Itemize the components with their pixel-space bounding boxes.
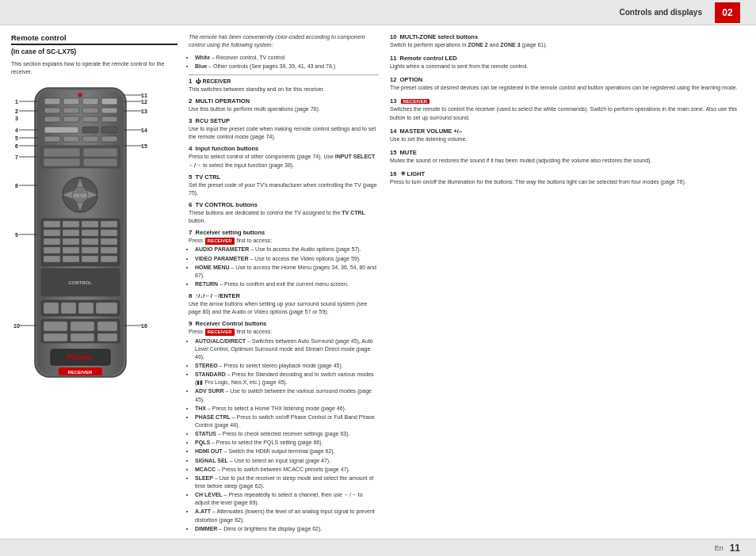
svg-text:3: 3	[15, 116, 18, 121]
right-heading-15: 15 MUTE	[390, 149, 745, 156]
left-column: Remote control (In case of SC-LX75) This…	[11, 33, 178, 550]
footer-page-number: 11	[730, 543, 740, 554]
svg-rect-23	[44, 148, 80, 157]
svg-rect-47	[44, 247, 60, 253]
right-section-12: 12 OPTION The preset codes of desired de…	[390, 76, 745, 92]
right-heading-14: 14 MASTER VOLUME +/–	[390, 128, 745, 135]
receiver-badge-7: RECEIVER	[205, 238, 235, 245]
svg-rect-51	[44, 256, 60, 262]
svg-rect-35	[44, 221, 60, 227]
svg-rect-49	[82, 247, 98, 253]
svg-rect-4	[82, 98, 98, 105]
svg-text:2: 2	[15, 109, 18, 114]
section-subtitle: (In case of SC-LX75)	[11, 48, 178, 55]
svg-rect-26	[83, 158, 117, 166]
svg-rect-14	[101, 116, 117, 122]
svg-rect-50	[101, 247, 117, 253]
section-2-heading: 2 MULTI OPERATION	[189, 97, 379, 105]
svg-text:8: 8	[15, 183, 18, 189]
svg-text:1: 1	[15, 99, 18, 105]
right-body-16: Press to turn on/off the illumination fo…	[390, 178, 745, 186]
section-4-heading: 4 Input function buttons	[189, 145, 379, 152]
svg-rect-65	[97, 322, 117, 331]
section-2: 2 MULTI OPERATION Use this button to per…	[189, 97, 379, 113]
svg-rect-58	[44, 303, 59, 314]
section-7-body: Press RECEIVER first to access: AUDIO PA…	[189, 237, 379, 288]
item-return: RETURN – Press to confirm and exit the c…	[195, 280, 379, 288]
svg-rect-25	[44, 158, 80, 166]
color-intro: The remote has been conveniently color-c…	[189, 33, 379, 49]
section-6-body: These buttons are dedicated to control t…	[189, 209, 379, 225]
right-heading-12: 12 OPTION	[390, 76, 745, 83]
svg-rect-53	[82, 256, 98, 262]
svg-rect-11	[44, 116, 60, 122]
item-standard: STANDARD – Press for Standard decoding a…	[195, 371, 379, 387]
svg-rect-45	[82, 238, 98, 245]
svg-rect-43	[44, 238, 60, 245]
header-title-area: Controls and displays 02	[620, 2, 740, 23]
svg-rect-16	[82, 127, 98, 133]
svg-rect-17	[101, 127, 117, 133]
section-3: 3 RCU SETUP Use to input the preset code…	[189, 117, 379, 141]
section-7: 7 Receiver setting buttons Press RECEIVE…	[189, 229, 379, 288]
remote-svg: ENTER	[11, 84, 150, 393]
svg-rect-66	[44, 333, 67, 341]
divider1	[189, 74, 379, 75]
section-5: 5 TV CTRL Set the preset code of your TV…	[189, 173, 379, 197]
svg-text:RECEIVER: RECEIVER	[68, 370, 93, 375]
right-heading-16: 16 ☀ LIGHT	[390, 170, 745, 177]
color-item-white: White – Receiver control, TV control	[195, 54, 379, 62]
header-bar: Controls and displays 02	[0, 0, 756, 25]
svg-rect-38	[101, 221, 117, 227]
item-thx: THX – Press to select a Home THX listeni…	[195, 405, 379, 413]
item-adv-surr: ADV SURR – Use to switch between the var…	[195, 387, 379, 403]
item-signal-sel: SIGNAL SEL – Use to select an input sign…	[195, 457, 379, 465]
right-column: 10 MULTI-ZONE select buttons Switch to p…	[390, 33, 745, 550]
item-dimmer: DIMMER – Dims or brightens the display (…	[195, 525, 379, 533]
section-9-heading: 9 Receiver Control buttons	[189, 320, 379, 327]
right-body-13: Switches the remote to control the recei…	[390, 105, 745, 121]
item-video-param: VIDEO PARAMETER – Use to access the Vide…	[195, 255, 379, 263]
svg-rect-15	[44, 127, 78, 133]
svg-rect-59	[61, 303, 76, 314]
page-container: Controls and displays 02 Remote control …	[0, 0, 756, 556]
svg-point-6	[78, 93, 82, 97]
section-6: 6 TV CONTROL buttons These buttons are d…	[189, 201, 379, 225]
section-1-body: This switches between standby and on for…	[189, 86, 379, 93]
svg-rect-36	[63, 221, 79, 227]
svg-text:CONTROL: CONTROL	[68, 280, 92, 285]
section-4: 4 Input function buttons Press to select…	[189, 145, 379, 169]
svg-rect-42	[101, 230, 117, 236]
section-7-heading: 7 Receiver setting buttons	[189, 229, 379, 236]
section-2-body: Use this button to perform multi operati…	[189, 105, 379, 113]
svg-rect-44	[63, 238, 79, 245]
right-body-11: Lights when a command is sent from the r…	[390, 63, 745, 70]
section-6-heading: 6 TV CONTROL buttons	[189, 201, 379, 208]
svg-rect-8	[63, 108, 79, 113]
receiver-badge-13: RECEIVER	[401, 99, 430, 104]
svg-rect-13	[82, 116, 98, 122]
right-section-11: 11 Remote control LED Lights when a comm…	[390, 55, 745, 70]
main-content: Remote control (In case of SC-LX75) This…	[0, 25, 756, 556]
svg-rect-63	[44, 322, 67, 331]
item-sleep: SLEEP – Use to put the receiver in sleep…	[195, 474, 379, 490]
section-title-block: Remote control (In case of SC-LX75)	[11, 33, 178, 55]
svg-rect-52	[63, 256, 79, 262]
svg-text:6: 6	[15, 143, 18, 149]
section-1: 1 ⏻ RECEIVER This switches between stand…	[189, 78, 379, 93]
svg-text:16: 16	[141, 323, 147, 329]
section-5-heading: 5 TV CTRL	[189, 173, 379, 181]
remote-image: ENTER	[11, 84, 146, 385]
footer-bar: En 11	[0, 539, 756, 556]
svg-rect-64	[71, 322, 94, 331]
right-body-14: Use to set the listening volume.	[390, 135, 745, 143]
svg-rect-41	[82, 230, 98, 236]
left-description: This section explains how to operate the…	[11, 60, 178, 76]
svg-text:15: 15	[141, 143, 147, 149]
svg-rect-54	[101, 256, 117, 262]
svg-rect-67	[71, 333, 94, 341]
item-mcacc: MCACC – Press to switch between MCACC pr…	[195, 466, 379, 474]
svg-rect-10	[101, 108, 117, 113]
svg-rect-21	[101, 136, 117, 142]
svg-rect-12	[63, 116, 79, 122]
